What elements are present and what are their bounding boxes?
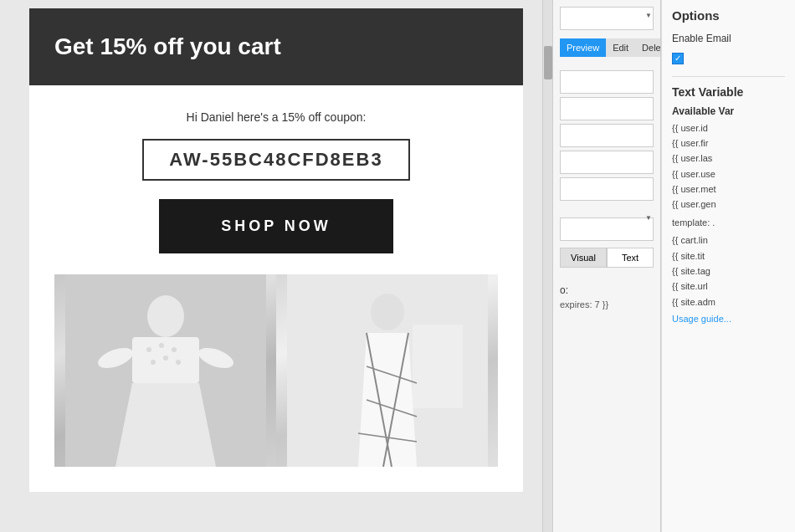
dropdown-wrapper[interactable]: ▼: [560, 7, 654, 33]
scroll-indicator[interactable]: [542, 0, 552, 532]
input-field-5[interactable]: [560, 177, 654, 201]
svg-point-1: [147, 295, 184, 337]
shop-now-button[interactable]: SHOP NOW: [159, 199, 393, 253]
bottom-text-area: o: expires: 7 }}: [553, 278, 660, 316]
input-field-1[interactable]: [560, 70, 654, 94]
delete-button[interactable]: Delete: [635, 38, 661, 57]
input-field-3[interactable]: [560, 124, 654, 147]
model-left-svg: [65, 274, 266, 467]
var-user-first: {{ user.fir: [672, 137, 785, 150]
svg-point-7: [172, 347, 177, 352]
var-cart-lin: {{ cart.lin: [672, 234, 785, 247]
text-tab[interactable]: Text: [607, 248, 654, 268]
var-user-id: {{ user.id: [672, 122, 785, 135]
var-user-meta: {{ user.met: [672, 183, 785, 196]
usage-guide-link[interactable]: Usage guide...: [672, 314, 785, 324]
var-user-gen: {{ user.gen: [672, 198, 785, 211]
edit-button[interactable]: Edit: [606, 38, 635, 57]
input-field-4[interactable]: [560, 151, 654, 174]
email-preview-panel: Get 15% off you cart Hi Daniel here's a …: [0, 0, 552, 532]
svg-rect-12: [413, 325, 463, 408]
top-input-field[interactable]: [560, 7, 654, 30]
var-user-last: {{ user.las: [672, 152, 785, 165]
svg-point-13: [371, 294, 404, 330]
product-image-right: [276, 274, 498, 467]
email-header: Get 15% off you cart: [29, 8, 523, 85]
label-colon: o:: [560, 284, 654, 296]
model-right-svg: [287, 274, 488, 467]
text-variables-title: Text Variable: [672, 85, 785, 99]
email-header-title: Get 15% off you cart: [54, 33, 498, 60]
var-user-use: {{ user.use: [672, 168, 785, 181]
var-site-url: {{ site.url: [672, 280, 785, 293]
svg-point-6: [159, 343, 164, 348]
var-site-tag: {{ site.tag: [672, 265, 785, 278]
product-image-left: [54, 274, 276, 467]
svg-point-5: [146, 347, 151, 352]
visual-tab[interactable]: Visual: [560, 248, 607, 268]
var-site-adm: {{ site.adm: [672, 296, 785, 309]
options-title: Options: [672, 8, 785, 23]
middle-inputs: ▼ Visual Text: [553, 64, 660, 274]
controls-panel: ▼ Preview Edit Delete ▼ Visual Text o: e…: [552, 0, 661, 532]
divider: [672, 76, 785, 77]
email-container: Get 15% off you cart Hi Daniel here's a …: [29, 8, 523, 492]
enable-email-checkbox[interactable]: ✓: [672, 53, 684, 64]
options-panel: Options Enable Email ✓ Text Variable Ava…: [661, 0, 795, 532]
action-buttons: Preview Edit Delete: [560, 38, 654, 57]
var-site-title: {{ site.tit: [672, 250, 785, 263]
email-greeting: Hi Daniel here's a 15% off coupon:: [54, 110, 498, 124]
input-field-2[interactable]: [560, 97, 654, 120]
visual-text-tabs: Visual Text: [560, 248, 654, 268]
enable-email-label: Enable Email: [672, 33, 785, 44]
svg-point-10: [176, 360, 181, 365]
available-var-title: Available Var: [672, 105, 785, 117]
scroll-thumb[interactable]: [544, 46, 552, 79]
coupon-code: AW-55BC48CFD8EB3: [142, 139, 409, 181]
preview-button[interactable]: Preview: [560, 38, 606, 57]
expires-text: expires: 7 }}: [560, 299, 654, 309]
top-controls: ▼ Preview Edit Delete: [553, 0, 660, 64]
second-dropdown-field[interactable]: [560, 217, 654, 241]
var-template: template: .: [672, 217, 785, 229]
second-dropdown-wrapper[interactable]: ▼: [560, 209, 654, 241]
svg-point-8: [151, 360, 156, 365]
product-images: [54, 274, 498, 467]
svg-point-9: [163, 356, 168, 361]
email-body: Hi Daniel here's a 15% off coupon: AW-55…: [29, 85, 523, 492]
